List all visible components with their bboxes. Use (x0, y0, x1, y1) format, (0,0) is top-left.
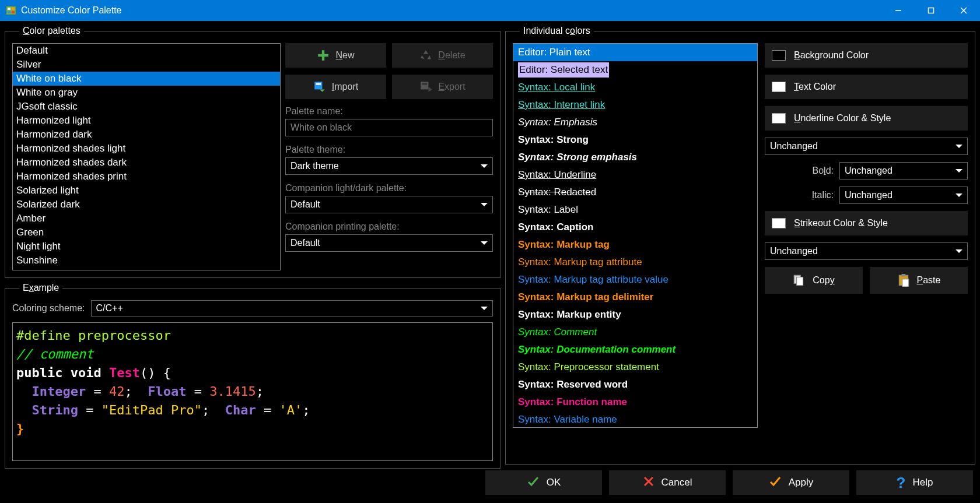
companion-print-label: Companion printing palette: (285, 221, 493, 232)
palette-list-item[interactable]: Solarized light (13, 184, 280, 198)
color-list-item[interactable]: Syntax: Label (513, 201, 757, 219)
cancel-button[interactable]: Cancel (609, 470, 726, 495)
color-list-item[interactable]: Syntax: Markup tag attribute value (513, 271, 757, 289)
import-icon (313, 80, 326, 93)
palette-list-item[interactable]: White on gray (13, 86, 280, 100)
color-list-item[interactable]: Syntax: Markup tag attribute (513, 254, 757, 271)
color-list-item[interactable]: Syntax: Underline (513, 166, 757, 184)
new-button[interactable]: New (285, 43, 386, 68)
companion-ld-select[interactable]: Default (285, 196, 493, 213)
example-legend: Example (19, 283, 62, 293)
color-list-item[interactable]: Syntax: Redacted (513, 184, 757, 201)
underline-style-select[interactable]: Unchanged (765, 138, 968, 155)
strikeout-swatch (772, 218, 786, 228)
minimize-button[interactable] (882, 0, 915, 21)
color-list-item[interactable]: Syntax: Markup tag (513, 236, 757, 254)
color-list-item[interactable]: Syntax: Preprocessor statement (513, 358, 757, 376)
palette-list-item[interactable]: JGsoft classic (13, 100, 280, 114)
copy-icon (793, 274, 806, 287)
palette-list-item[interactable]: Night light (13, 240, 280, 254)
svg-rect-1 (8, 8, 10, 10)
color-list-item[interactable]: Syntax: Local link (513, 79, 757, 96)
color-list-item[interactable]: Syntax: Reserved word (513, 376, 757, 393)
color-list-item[interactable]: Syntax: Function name (513, 393, 757, 411)
palette-list-item[interactable]: Harmonized shades print (13, 170, 280, 184)
palette-list-item[interactable]: Harmonized shades light (13, 142, 280, 156)
x-icon (643, 476, 654, 490)
palette-list[interactable]: DefaultSilverWhite on blackWhite on gray… (12, 43, 281, 270)
bottom-bar: OK Cancel Apply ? Help (0, 469, 980, 503)
import-button[interactable]: Import (285, 75, 386, 99)
svg-rect-11 (314, 82, 322, 89)
strikeout-color-button[interactable]: Strikeout Color & Style (765, 211, 968, 235)
palette-list-item[interactable]: Solarized dark (13, 198, 280, 212)
svg-rect-2 (12, 8, 15, 10)
palette-list-item[interactable]: Harmonized dark (13, 128, 280, 142)
app-icon (6, 5, 16, 16)
color-list-item[interactable]: Syntax: Comment (513, 323, 757, 341)
close-button[interactable] (947, 0, 980, 21)
ok-button[interactable]: OK (485, 470, 602, 495)
palette-list-item[interactable]: Green (13, 226, 280, 240)
italic-select[interactable]: Unchanged (839, 187, 968, 204)
palette-list-item[interactable]: Harmonized light (13, 114, 280, 128)
delete-button[interactable]: Delete (392, 43, 493, 68)
palette-list-item[interactable]: Harmonized shades dark (13, 156, 280, 170)
color-list-item[interactable]: Syntax: Documentation comment (513, 341, 757, 358)
bold-select[interactable]: Unchanged (839, 162, 968, 180)
color-list-item[interactable]: Editor: Selected text (513, 61, 757, 79)
text-color-button[interactable]: Text Color (765, 75, 968, 99)
palette-list-item[interactable]: Amber (13, 212, 280, 226)
copy-button[interactable]: Copy (765, 267, 863, 294)
check-icon (527, 475, 540, 491)
window-title: Customize Color Palette (21, 5, 122, 16)
color-list-item[interactable]: Syntax: Strong emphasis (513, 149, 757, 166)
help-button[interactable]: ? Help (856, 470, 973, 495)
paste-button[interactable]: Paste (870, 267, 968, 294)
svg-rect-3 (8, 11, 10, 13)
maximize-button[interactable] (915, 0, 947, 21)
color-list-item[interactable]: Syntax: Emphasis (513, 114, 757, 131)
underline-swatch (772, 113, 786, 124)
export-icon (419, 80, 432, 93)
palette-theme-select[interactable]: Dark theme (285, 157, 493, 175)
question-icon: ? (897, 474, 906, 492)
code-preview[interactable]: #define preprocessor // comment public v… (12, 322, 493, 461)
titlebar: Customize Color Palette (0, 0, 980, 21)
color-list-item[interactable]: Syntax: Markup entity (513, 306, 757, 323)
svg-rect-18 (901, 274, 905, 276)
color-list-item[interactable]: Syntax: Internet link (513, 96, 757, 114)
export-button[interactable]: Export (392, 75, 493, 99)
color-list-item[interactable]: Syntax: Markup tag delimiter (513, 289, 757, 306)
svg-rect-4 (12, 11, 15, 13)
plus-icon (317, 49, 330, 62)
palette-list-item[interactable]: Default (13, 44, 280, 58)
palette-list-item[interactable]: White on black (13, 72, 280, 86)
svg-rect-6 (929, 8, 934, 13)
palette-list-item[interactable]: Silver (13, 58, 280, 72)
apply-button[interactable]: Apply (733, 470, 849, 495)
svg-rect-13 (421, 82, 429, 89)
coloring-scheme-select[interactable]: C/C++ (91, 300, 494, 316)
bg-swatch (772, 50, 786, 61)
palette-name-input[interactable] (285, 119, 493, 136)
palette-list-item[interactable]: Sunshine (13, 254, 280, 268)
svg-rect-12 (316, 83, 321, 85)
background-color-button[interactable]: Background Color (765, 43, 968, 68)
companion-print-select[interactable]: Default (285, 234, 493, 252)
palettes-legend: Color palettes (19, 26, 84, 36)
color-list-item[interactable]: Syntax: Strong (513, 131, 757, 149)
individual-legend: Individual colors (520, 26, 594, 36)
italic-label: Italic: (812, 190, 834, 201)
color-list[interactable]: Editor: Plain textEditor: Selected textS… (513, 43, 758, 428)
color-list-item[interactable]: Syntax: Variable name (513, 411, 757, 428)
strikeout-style-select[interactable]: Unchanged (765, 242, 968, 260)
palette-list-item[interactable]: Log cabin (13, 268, 280, 270)
color-list-item[interactable]: Editor: Plain text (513, 44, 757, 61)
underline-color-button[interactable]: Underline Color & Style (765, 106, 968, 131)
color-list-item[interactable]: Syntax: Caption (513, 219, 757, 236)
individual-colors-group: Individual colors Editor: Plain textEdit… (505, 26, 975, 465)
svg-rect-14 (422, 83, 428, 85)
coloring-scheme-label: Coloring scheme: (12, 303, 85, 314)
check-icon (769, 475, 782, 491)
